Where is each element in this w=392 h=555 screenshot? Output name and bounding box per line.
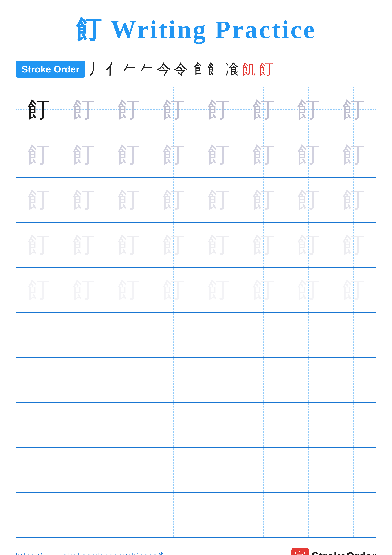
grid-cell[interactable]: 飣: [331, 132, 376, 177]
grid-cell-empty[interactable]: [16, 312, 61, 358]
page-title: 飣 Writing Practice: [76, 13, 316, 47]
grid-cell[interactable]: 飣: [196, 222, 241, 267]
grid-cell[interactable]: 飣: [286, 222, 331, 267]
grid-cell[interactable]: 飣: [16, 222, 61, 267]
grid-cell[interactable]: 飣: [151, 267, 196, 313]
grid-cell[interactable]: 飣: [286, 132, 331, 177]
grid-cell-empty[interactable]: [196, 358, 241, 402]
grid-cell[interactable]: 飣: [106, 267, 151, 313]
grid-cell[interactable]: 飣: [241, 87, 286, 132]
footer-logo: 字 StrokeOrder: [292, 548, 376, 555]
grid-cell-empty[interactable]: [106, 493, 151, 538]
stroke-8: 飠: [208, 59, 222, 79]
stroke-4: 𠂉: [140, 61, 154, 77]
grid-cell[interactable]: 飣: [331, 267, 376, 313]
grid-cell[interactable]: 飣: [196, 87, 241, 132]
grid-cell[interactable]: 飣: [106, 132, 151, 177]
grid-cell-empty[interactable]: [16, 358, 61, 402]
grid-cell[interactable]: 飣: [331, 222, 376, 267]
stroke-order-row: Stroke Order 丿 亻 𠂉 𠂉 今 令 𩙿 飠 飡 飢 飣: [16, 59, 376, 79]
grid-cell[interactable]: 飣: [16, 177, 61, 222]
grid-cell[interactable]: 飣: [286, 87, 331, 132]
grid-cell[interactable]: 飣: [151, 87, 196, 132]
strokeorder-logo-text: StrokeOrder: [312, 550, 376, 555]
stroke-7: 𩙿: [191, 61, 205, 77]
grid-cell[interactable]: 飣: [196, 267, 241, 313]
strokeorder-logo-icon: 字: [292, 548, 309, 555]
grid-cell[interactable]: 飣: [106, 87, 151, 132]
grid-cell[interactable]: 飣: [16, 132, 61, 177]
grid-cell-empty[interactable]: [151, 493, 196, 538]
grid-cell-empty[interactable]: [196, 402, 241, 448]
grid-cell[interactable]: 飣: [241, 132, 286, 177]
grid-cell-empty[interactable]: [241, 358, 286, 402]
page: 飣 Writing Practice Stroke Order 丿 亻 𠂉 𠂉 …: [0, 0, 392, 555]
stroke-2: 亻: [106, 59, 120, 79]
grid-cell-empty[interactable]: [286, 448, 331, 493]
footer: https://www.strokeorder.com/chinese/飣 字 …: [16, 548, 376, 555]
grid-cell[interactable]: 飣: [61, 177, 106, 222]
grid-cell-empty[interactable]: [331, 402, 376, 448]
stroke-11: 飣: [259, 59, 273, 79]
grid-cell-empty[interactable]: [241, 402, 286, 448]
grid-cell[interactable]: 飣: [106, 177, 151, 222]
grid-cell-empty[interactable]: [286, 312, 331, 358]
grid-cell-empty[interactable]: [286, 358, 331, 402]
grid-cell[interactable]: 飣: [106, 222, 151, 267]
stroke-9: 飡: [225, 59, 239, 79]
grid-cell[interactable]: 飣: [61, 267, 106, 313]
grid-cell-empty[interactable]: [196, 493, 241, 538]
grid-cell-empty[interactable]: [151, 358, 196, 402]
grid-cell-empty[interactable]: [106, 448, 151, 493]
grid-cell[interactable]: 飣: [61, 87, 106, 132]
footer-url[interactable]: https://www.strokeorder.com/chinese/飣: [16, 550, 169, 555]
grid-cell-empty[interactable]: [151, 448, 196, 493]
grid-cell-empty[interactable]: [151, 312, 196, 358]
grid-cell-empty[interactable]: [331, 493, 376, 538]
grid-cell[interactable]: 飣: [241, 267, 286, 313]
grid-cell-empty[interactable]: [16, 448, 61, 493]
grid-cell-empty[interactable]: [241, 312, 286, 358]
grid-cell-empty[interactable]: [106, 312, 151, 358]
grid-cell[interactable]: 飣: [61, 132, 106, 177]
grid-cell[interactable]: 飣: [151, 132, 196, 177]
grid-cell-empty[interactable]: [61, 493, 106, 538]
grid-cell[interactable]: 飣: [196, 177, 241, 222]
grid-cell-empty[interactable]: [151, 402, 196, 448]
grid-cell-empty[interactable]: [286, 493, 331, 538]
grid-cell[interactable]: 飣: [16, 267, 61, 313]
stroke-6: 令: [174, 59, 188, 79]
grid-cell-empty[interactable]: [61, 312, 106, 358]
grid-cell[interactable]: 飣: [241, 177, 286, 222]
grid-cell-empty[interactable]: [16, 402, 61, 448]
grid-cell[interactable]: 飣: [151, 222, 196, 267]
practice-grid: 飣 飣 飣 飣 飣 飣 飣 飣 飣 飣 飣 飣 飣 飣 飣 飣 飣 飣 飣 飣 …: [16, 87, 376, 538]
grid-cell-empty[interactable]: [241, 448, 286, 493]
grid-cell-empty[interactable]: [106, 358, 151, 402]
grid-cell-empty[interactable]: [61, 448, 106, 493]
grid-cell[interactable]: 飣: [241, 222, 286, 267]
stroke-5: 今: [157, 59, 171, 79]
stroke-10: 飢: [242, 59, 256, 79]
grid-cell-empty[interactable]: [331, 312, 376, 358]
grid-cell-empty[interactable]: [331, 448, 376, 493]
grid-cell-empty[interactable]: [61, 358, 106, 402]
grid-cell-empty[interactable]: [106, 402, 151, 448]
grid-cell-empty[interactable]: [241, 493, 286, 538]
grid-cell[interactable]: 飣: [286, 267, 331, 313]
grid-cell[interactable]: 飣: [61, 222, 106, 267]
stroke-order-chars: 丿 亻 𠂉 𠂉 今 令 𩙿 飠 飡 飢 飣: [88, 59, 273, 79]
grid-cell-empty[interactable]: [331, 358, 376, 402]
grid-cell[interactable]: 飣: [331, 177, 376, 222]
grid-cell[interactable]: 飣: [151, 177, 196, 222]
grid-cell-empty[interactable]: [16, 493, 61, 538]
grid-cell[interactable]: 飣: [286, 177, 331, 222]
stroke-3: 𠂉: [122, 61, 137, 77]
grid-cell[interactable]: 飣: [331, 87, 376, 132]
grid-cell[interactable]: 飣: [16, 87, 61, 132]
grid-cell-empty[interactable]: [196, 448, 241, 493]
grid-cell[interactable]: 飣: [196, 132, 241, 177]
grid-cell-empty[interactable]: [286, 402, 331, 448]
grid-cell-empty[interactable]: [61, 402, 106, 448]
grid-cell-empty[interactable]: [196, 312, 241, 358]
